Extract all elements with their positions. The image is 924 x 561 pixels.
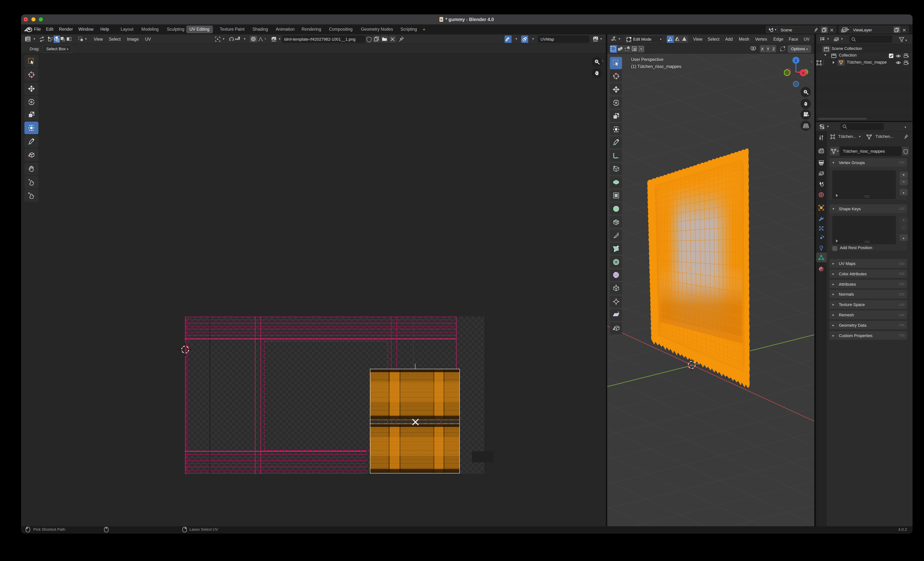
- svg-text:Z: Z: [795, 58, 797, 62]
- svg-text:X: X: [802, 71, 804, 75]
